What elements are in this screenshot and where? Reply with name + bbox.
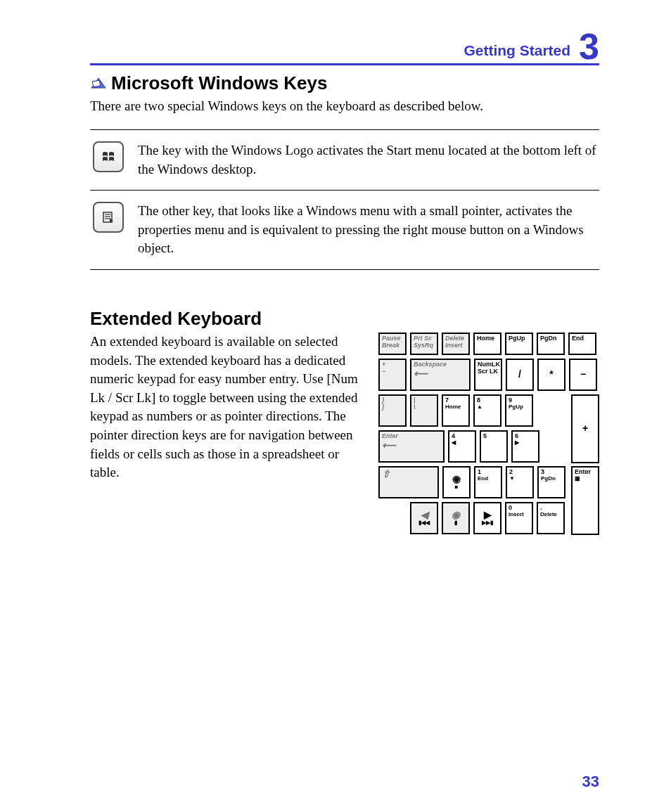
key-delete: DeleteInsert <box>442 333 470 355</box>
key-shift: ⇧ <box>378 466 439 498</box>
page-number: 33 <box>582 773 599 791</box>
key-slash: / <box>506 359 534 391</box>
windows-key-description: The key with the Windows Logo activates … <box>138 141 599 179</box>
chapter-number: 3 <box>579 28 599 65</box>
key-backspace: Backspace⟵ <box>410 359 471 391</box>
key-arrow-down: ◉▮ <box>442 502 470 534</box>
key-star: * <box>537 359 565 391</box>
key-plus-tall: + <box>571 394 599 463</box>
key-enter: Enter⟵ <box>378 430 445 463</box>
key-8: 8▲ <box>473 394 501 427</box>
key-pgdn: PgDn <box>537 333 565 355</box>
key-5: 5 <box>480 430 508 463</box>
key-1: 1End <box>474 466 502 498</box>
menu-key-icon <box>93 202 124 233</box>
section1-intro: There are two special Windows keys on th… <box>90 98 599 114</box>
key-3: 3PgDn <box>537 466 565 498</box>
key-pipe: |\ <box>410 394 438 427</box>
key-end: End <box>568 333 596 355</box>
section2-heading: Extended Keyboard <box>90 308 599 330</box>
key-dot: .Delete <box>537 502 565 534</box>
section-icon <box>90 75 107 92</box>
key-arrow-left: ◀▮◀◀ <box>410 502 438 534</box>
key-0: 0Insert <box>505 502 533 534</box>
key-7: 7Home <box>442 394 470 427</box>
windows-logo-key-icon <box>93 141 124 172</box>
section2-body: An extended keyboard is available on sel… <box>90 333 371 538</box>
key-numlk: NumLKScr LK <box>474 359 502 391</box>
key-brace: }] <box>378 394 407 427</box>
key-pause: PauseBreak <box>378 333 407 355</box>
key-enter-tall: Enter▦ <box>571 466 599 535</box>
key-home: Home <box>473 333 501 355</box>
header-title: Getting Started <box>464 42 570 63</box>
key-media-stop: ◉■ <box>442 466 471 498</box>
menu-key-description: The other key, that looks like a Windows… <box>138 202 599 258</box>
svg-rect-1 <box>92 80 100 86</box>
key-2: 2▼ <box>506 466 534 498</box>
key-plusminus: +− <box>378 359 407 391</box>
key-4: 4◀ <box>448 430 476 463</box>
key-minus: − <box>569 359 597 391</box>
key-6: 6▶ <box>511 430 539 463</box>
extended-keyboard-diagram: PauseBreak Prt ScSysRq DeleteInsert Home… <box>378 333 599 538</box>
divider <box>90 269 599 270</box>
section1-heading: Microsoft Windows Keys <box>111 72 327 94</box>
key-9: 9PgUp <box>505 394 533 427</box>
key-pgup: PgUp <box>505 333 533 355</box>
key-arrow-right: ▶▶▶▮ <box>473 502 501 534</box>
key-prtsc: Prt ScSysRq <box>410 333 438 355</box>
